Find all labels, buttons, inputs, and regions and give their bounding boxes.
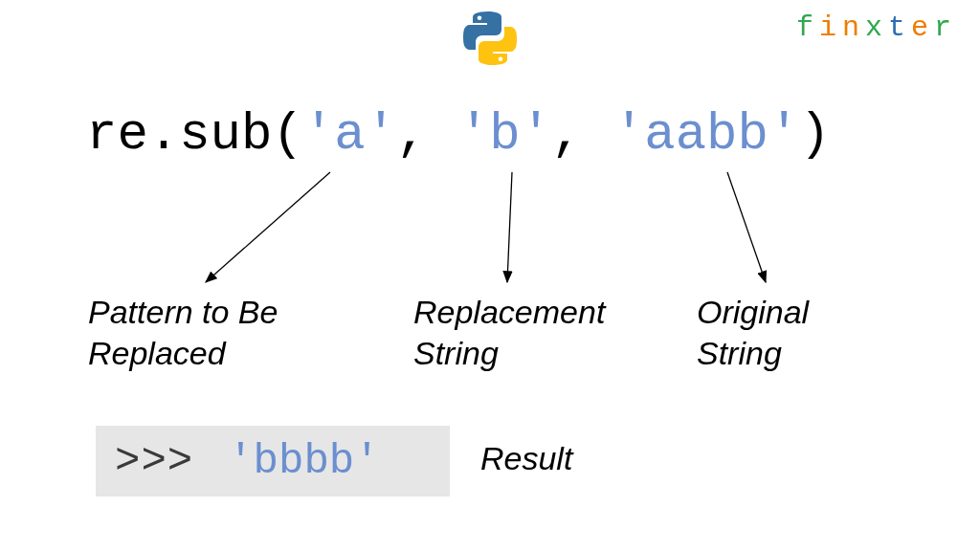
annotation-line: Pattern to Be xyxy=(88,292,375,333)
arrow-to-pattern xyxy=(206,172,330,282)
brand-letter: i xyxy=(819,11,842,44)
annotation-line: Replaced xyxy=(88,333,375,374)
code-sep: , xyxy=(396,105,458,164)
code-open-paren: ( xyxy=(272,105,302,164)
annotation-replacement: Replacement String xyxy=(413,292,662,373)
brand-letter: r xyxy=(934,11,957,44)
code-arg-replacement: 'b' xyxy=(458,105,551,164)
annotation-pattern: Pattern to Be Replaced xyxy=(88,292,375,373)
arrow-to-replacement xyxy=(507,172,512,282)
brand-letter: n xyxy=(842,11,865,44)
python-logo-icon xyxy=(459,8,521,69)
result-box: >>> 'bbbb' xyxy=(96,426,450,496)
annotation-line: String xyxy=(413,333,662,374)
brand-finxter: finxter xyxy=(796,11,957,44)
code-close-paren: ) xyxy=(799,105,830,164)
annotation-original: Original String xyxy=(697,292,888,373)
code-sep: , xyxy=(551,105,613,164)
code-expression: re.sub('a', 'b', 'aabb') xyxy=(86,105,831,164)
annotation-line: String xyxy=(697,333,888,374)
code-arg-original: 'aabb' xyxy=(613,105,799,164)
brand-letter: e xyxy=(911,11,934,44)
brand-letter: f xyxy=(796,11,819,44)
code-fn-name: sub xyxy=(179,105,272,164)
result-value: 'bbbb' xyxy=(228,437,379,485)
repl-prompt: >>> xyxy=(115,437,193,485)
annotation-line: Original xyxy=(697,292,888,333)
result-label: Result xyxy=(480,440,572,477)
brand-letter: x xyxy=(865,11,888,44)
code-dot: . xyxy=(148,105,179,164)
code-module: re xyxy=(86,105,148,164)
annotation-line: Replacement xyxy=(413,292,662,333)
brand-letter: t xyxy=(888,11,911,44)
arrow-to-original xyxy=(727,172,766,282)
code-arg-pattern: 'a' xyxy=(303,105,396,164)
